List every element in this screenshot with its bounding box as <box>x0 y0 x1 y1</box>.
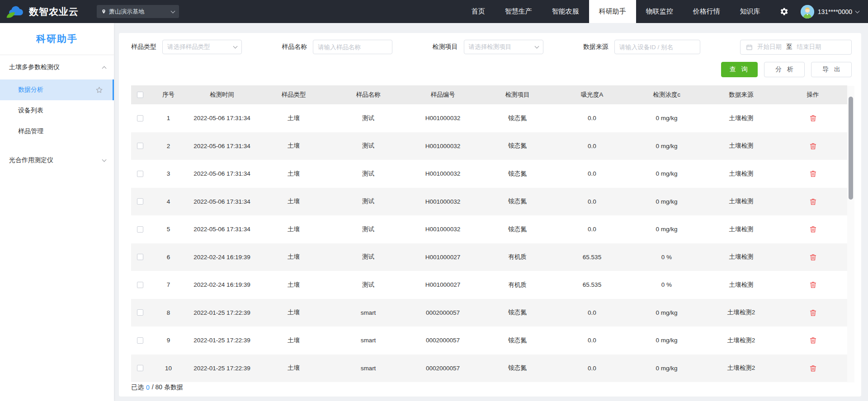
table-row: 42022-05-06 17:31:34土壤测试H001000032铵态氮0.0… <box>131 188 847 216</box>
delete-icon[interactable] <box>809 281 817 289</box>
selected-count: 0 <box>146 384 150 391</box>
sidebar-group-photosynthesis[interactable]: 光合作用测定仪 <box>0 148 114 173</box>
table-cell: 土壤 <box>256 142 331 150</box>
nav-item-smart-production[interactable]: 智慧生产 <box>495 0 542 23</box>
brand: 数智农业云 <box>0 5 79 19</box>
table-row: 102022-01-25 17:22:39土壤smart0002000057铵态… <box>131 354 847 382</box>
delete-icon[interactable] <box>809 170 817 177</box>
chevron-down-icon <box>171 9 175 13</box>
nav-item-price-market[interactable]: 价格行情 <box>683 0 730 23</box>
nav-item-knowledge-base[interactable]: 知识库 <box>730 0 770 23</box>
sidebar-group-soil-detector[interactable]: 土壤多参数检测仪 <box>0 55 114 79</box>
query-button[interactable]: 查 询 <box>721 62 758 77</box>
sidebar-item-device-list[interactable]: 设备列表 <box>0 100 114 121</box>
scrollbar-thumb[interactable] <box>849 97 853 200</box>
delete-icon[interactable] <box>809 253 817 261</box>
delete-icon[interactable] <box>809 309 817 317</box>
row-checkbox[interactable] <box>137 143 143 149</box>
delete-icon[interactable] <box>809 142 817 150</box>
test-item-select[interactable]: 请选择检测项目 <box>464 40 543 54</box>
top-navbar: 数智农业云 萧山演示基地 首页 智慧生产 智能农服 科研助手 物联监控 价格行情… <box>0 0 868 23</box>
user-menu[interactable]: 131****0000 <box>796 5 868 19</box>
export-button[interactable]: 导 出 <box>811 62 852 77</box>
nav-item-smart-service[interactable]: 智能农服 <box>542 0 589 23</box>
row-checkbox[interactable] <box>137 226 143 233</box>
main-area: 样品类型 请选择样品类型 样品名称 检测项目 请选择检测项目 <box>114 23 868 401</box>
sidebar-item-label: 数据分析 <box>18 86 43 94</box>
nav-item-home[interactable]: 首页 <box>462 0 495 23</box>
row-checkbox[interactable] <box>137 198 143 205</box>
sample-name-input[interactable] <box>318 44 387 51</box>
header-sample-type: 样品类型 <box>256 91 331 99</box>
row-checkbox[interactable] <box>137 282 143 288</box>
delete-icon[interactable] <box>809 114 817 122</box>
select-all-checkbox[interactable] <box>137 92 143 98</box>
header-sample-name: 样品名称 <box>331 91 406 99</box>
date-range-picker[interactable]: 开始日期 至 结束日期 <box>740 40 852 55</box>
analyze-button[interactable]: 分 析 <box>764 62 805 77</box>
selected-suffix: / 80 条数据 <box>152 383 183 392</box>
star-icon[interactable] <box>95 86 103 94</box>
sidebar-item-sample-management[interactable]: 样品管理 <box>0 121 114 142</box>
sample-name-label: 样品名称 <box>282 43 307 51</box>
table-row: 32022-05-06 17:31:34土壤测试H001000032铵态氮0.0… <box>131 160 847 188</box>
delete-icon[interactable] <box>809 225 817 233</box>
table-cell: 8 <box>149 309 188 316</box>
data-source-input[interactable] <box>619 44 695 51</box>
row-checkbox[interactable] <box>137 171 143 177</box>
table-cell: 土壤 <box>256 170 331 178</box>
row-checkbox[interactable] <box>137 115 143 121</box>
delete-icon[interactable] <box>809 364 817 372</box>
delete-icon[interactable] <box>809 198 817 205</box>
table-cell: 0.0 <box>555 170 629 177</box>
table-cell: 测试 <box>331 170 406 178</box>
table-cell: 测试 <box>331 197 406 205</box>
sidebar-item-label: 设备列表 <box>18 107 43 115</box>
table-cell: 0.0 <box>555 309 629 316</box>
table-cell: 土壤检测 <box>704 253 778 261</box>
header-sample-code: 样品编号 <box>406 91 480 99</box>
table-cell: 铵态氮 <box>480 197 555 205</box>
table-cell: 土壤检测 <box>704 281 778 289</box>
chevron-down-icon <box>233 44 238 49</box>
table-cell: 0 mg/kg <box>629 170 704 177</box>
calendar-icon <box>746 44 753 51</box>
location-pin-icon <box>101 9 106 14</box>
sidebar-item-data-analysis[interactable]: 数据分析 <box>0 79 114 100</box>
table-cell: 测试 <box>331 253 406 261</box>
sample-name-inputbox <box>313 40 392 54</box>
table-row: 72022-02-24 16:19:39土壤测试H001000027有机质65.… <box>131 271 847 299</box>
nav-item-iot-monitor[interactable]: 物联监控 <box>636 0 683 23</box>
row-checkbox[interactable] <box>137 254 143 260</box>
table-cell: 土壤 <box>256 225 331 233</box>
delete-icon[interactable] <box>809 336 817 344</box>
row-checkbox[interactable] <box>137 309 143 316</box>
chevron-up-icon <box>102 66 107 70</box>
table-cell: 0002000057 <box>406 337 480 344</box>
table-cell: H001000032 <box>406 170 480 177</box>
row-checkbox[interactable] <box>137 337 143 344</box>
location-select[interactable]: 萧山演示基地 <box>97 5 179 18</box>
table-cell: 2022-02-24 16:19:39 <box>188 281 256 288</box>
table-cell: 65.535 <box>555 254 629 261</box>
table-cell: 铵态氮 <box>480 308 555 317</box>
table-cell: 0 mg/kg <box>629 115 704 121</box>
table-cell: 2022-01-25 17:22:39 <box>188 309 256 316</box>
row-checkbox[interactable] <box>137 365 143 371</box>
header-test-item: 检测项目 <box>480 91 555 99</box>
table-cell: 4 <box>149 198 188 205</box>
table-row: 52022-05-06 17:31:34土壤测试H001000032铵态氮0.0… <box>131 215 847 243</box>
nav-item-research-assistant[interactable]: 科研助手 <box>589 0 636 23</box>
table-body: 12022-05-06 17:31:34土壤测试H001000032铵态氮0.0… <box>131 104 847 382</box>
settings-gear-icon[interactable] <box>770 7 796 16</box>
table-header: 序号 检测时间 样品类型 样品名称 样品编号 检测项目 吸光度A 检测浓度c 数… <box>131 85 847 104</box>
table-cell: 铵态氮 <box>480 170 555 178</box>
table-cell: 铵态氮 <box>480 364 555 372</box>
table-cell: 2022-01-25 17:22:39 <box>188 337 256 344</box>
data-table: 序号 检测时间 样品类型 样品名称 样品编号 检测项目 吸光度A 检测浓度c 数… <box>131 85 847 382</box>
avatar <box>801 5 814 19</box>
sample-type-select[interactable]: 请选择样品类型 <box>162 40 242 54</box>
table-cell: 铵态氮 <box>480 114 555 122</box>
table-cell: 0 % <box>629 254 704 261</box>
vertical-scrollbar[interactable] <box>847 86 854 382</box>
